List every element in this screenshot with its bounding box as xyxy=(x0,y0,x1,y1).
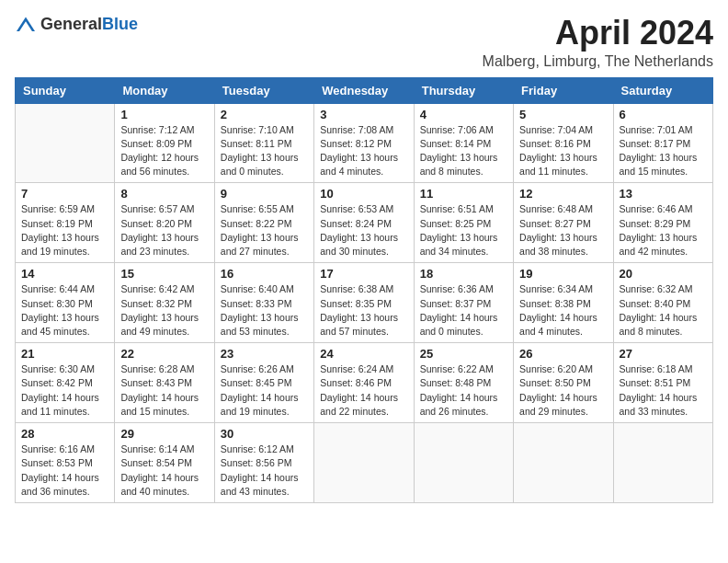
day-number: 12 xyxy=(519,187,607,201)
day-number: 9 xyxy=(221,187,308,201)
day-info: Sunrise: 6:42 AM Sunset: 8:32 PM Dayligh… xyxy=(120,282,208,339)
day-cell: 28Sunrise: 6:16 AM Sunset: 8:53 PM Dayli… xyxy=(16,423,115,503)
day-number: 28 xyxy=(21,427,108,441)
day-number: 24 xyxy=(320,347,407,361)
day-info: Sunrise: 6:36 AM Sunset: 8:37 PM Dayligh… xyxy=(420,282,507,339)
day-cell: 21Sunrise: 6:30 AM Sunset: 8:42 PM Dayli… xyxy=(16,343,115,423)
day-cell: 29Sunrise: 6:14 AM Sunset: 8:54 PM Dayli… xyxy=(115,423,214,503)
day-number: 4 xyxy=(420,108,507,121)
day-info: Sunrise: 6:20 AM Sunset: 8:50 PM Dayligh… xyxy=(519,362,607,419)
logo-general: General xyxy=(40,15,102,33)
week-row-5: 28Sunrise: 6:16 AM Sunset: 8:53 PM Dayli… xyxy=(16,423,713,503)
day-number: 8 xyxy=(120,187,208,201)
day-info: Sunrise: 6:40 AM Sunset: 8:33 PM Dayligh… xyxy=(221,282,308,339)
day-cell xyxy=(414,423,513,503)
day-cell: 8Sunrise: 6:57 AM Sunset: 8:20 PM Daylig… xyxy=(115,183,214,263)
day-cell: 22Sunrise: 6:28 AM Sunset: 8:43 PM Dayli… xyxy=(115,343,214,423)
day-number: 7 xyxy=(21,187,108,201)
day-cell: 11Sunrise: 6:51 AM Sunset: 8:25 PM Dayli… xyxy=(414,183,513,263)
day-info: Sunrise: 6:34 AM Sunset: 8:38 PM Dayligh… xyxy=(519,282,607,339)
day-info: Sunrise: 7:01 AM Sunset: 8:17 PM Dayligh… xyxy=(620,123,707,179)
day-cell xyxy=(16,103,115,183)
week-row-2: 7Sunrise: 6:59 AM Sunset: 8:19 PM Daylig… xyxy=(16,183,713,263)
day-info: Sunrise: 6:22 AM Sunset: 8:48 PM Dayligh… xyxy=(420,362,507,419)
day-number: 16 xyxy=(221,267,308,281)
day-number: 27 xyxy=(620,347,707,361)
day-info: Sunrise: 6:46 AM Sunset: 8:29 PM Dayligh… xyxy=(620,202,707,259)
day-number: 6 xyxy=(620,108,707,121)
day-number: 18 xyxy=(420,267,507,281)
day-cell: 9Sunrise: 6:55 AM Sunset: 8:22 PM Daylig… xyxy=(214,183,313,263)
day-info: Sunrise: 6:30 AM Sunset: 8:42 PM Dayligh… xyxy=(21,362,108,419)
day-info: Sunrise: 6:51 AM Sunset: 8:25 PM Dayligh… xyxy=(420,202,507,259)
logo: GeneralBlue xyxy=(15,15,138,34)
logo-icon xyxy=(15,16,37,34)
weekday-header-monday: Monday xyxy=(115,77,214,103)
day-cell: 24Sunrise: 6:24 AM Sunset: 8:46 PM Dayli… xyxy=(314,343,414,423)
day-number: 26 xyxy=(519,347,607,361)
weekday-header-sunday: Sunday xyxy=(16,77,115,103)
day-cell: 25Sunrise: 6:22 AM Sunset: 8:48 PM Dayli… xyxy=(414,343,513,423)
day-number: 21 xyxy=(21,347,108,361)
day-cell: 15Sunrise: 6:42 AM Sunset: 8:32 PM Dayli… xyxy=(115,263,214,343)
day-info: Sunrise: 6:57 AM Sunset: 8:20 PM Dayligh… xyxy=(120,202,208,259)
day-info: Sunrise: 7:06 AM Sunset: 8:14 PM Dayligh… xyxy=(420,123,507,179)
weekday-header-wednesday: Wednesday xyxy=(314,77,414,103)
day-info: Sunrise: 6:38 AM Sunset: 8:35 PM Dayligh… xyxy=(320,282,407,339)
day-info: Sunrise: 6:48 AM Sunset: 8:27 PM Dayligh… xyxy=(519,202,607,259)
day-number: 1 xyxy=(120,108,208,121)
day-cell: 3Sunrise: 7:08 AM Sunset: 8:12 PM Daylig… xyxy=(314,103,414,183)
day-cell: 23Sunrise: 6:26 AM Sunset: 8:45 PM Dayli… xyxy=(214,343,313,423)
week-row-4: 21Sunrise: 6:30 AM Sunset: 8:42 PM Dayli… xyxy=(16,343,713,423)
day-cell: 26Sunrise: 6:20 AM Sunset: 8:50 PM Dayli… xyxy=(514,343,613,423)
week-row-1: 1Sunrise: 7:12 AM Sunset: 8:09 PM Daylig… xyxy=(16,103,713,183)
day-cell xyxy=(514,423,613,503)
weekday-header-tuesday: Tuesday xyxy=(214,77,313,103)
day-info: Sunrise: 6:55 AM Sunset: 8:22 PM Dayligh… xyxy=(221,202,308,259)
day-cell: 12Sunrise: 6:48 AM Sunset: 8:27 PM Dayli… xyxy=(514,183,613,263)
day-cell: 6Sunrise: 7:01 AM Sunset: 8:17 PM Daylig… xyxy=(613,103,712,183)
day-cell: 5Sunrise: 7:04 AM Sunset: 8:16 PM Daylig… xyxy=(514,103,613,183)
day-info: Sunrise: 6:44 AM Sunset: 8:30 PM Dayligh… xyxy=(21,282,108,339)
day-info: Sunrise: 7:12 AM Sunset: 8:09 PM Dayligh… xyxy=(120,123,208,179)
month-title: April 2024 xyxy=(483,15,713,52)
day-cell xyxy=(314,423,414,503)
day-info: Sunrise: 7:08 AM Sunset: 8:12 PM Dayligh… xyxy=(320,123,407,179)
title-block: April 2024 Malberg, Limburg, The Netherl… xyxy=(483,15,713,70)
day-cell: 4Sunrise: 7:06 AM Sunset: 8:14 PM Daylig… xyxy=(414,103,513,183)
day-cell: 20Sunrise: 6:32 AM Sunset: 8:40 PM Dayli… xyxy=(613,263,712,343)
day-number: 11 xyxy=(420,187,507,201)
day-number: 13 xyxy=(620,187,707,201)
day-info: Sunrise: 7:10 AM Sunset: 8:11 PM Dayligh… xyxy=(221,123,308,179)
logo-blue: Blue xyxy=(102,15,138,33)
day-info: Sunrise: 6:16 AM Sunset: 8:53 PM Dayligh… xyxy=(21,442,108,499)
week-row-3: 14Sunrise: 6:44 AM Sunset: 8:30 PM Dayli… xyxy=(16,263,713,343)
day-number: 22 xyxy=(120,347,208,361)
day-info: Sunrise: 6:24 AM Sunset: 8:46 PM Dayligh… xyxy=(320,362,407,419)
location-title: Malberg, Limburg, The Netherlands xyxy=(483,53,713,70)
weekday-header-row: SundayMondayTuesdayWednesdayThursdayFrid… xyxy=(16,77,713,103)
day-cell xyxy=(613,423,712,503)
day-cell: 14Sunrise: 6:44 AM Sunset: 8:30 PM Dayli… xyxy=(16,263,115,343)
day-info: Sunrise: 6:14 AM Sunset: 8:54 PM Dayligh… xyxy=(120,442,208,499)
day-info: Sunrise: 6:59 AM Sunset: 8:19 PM Dayligh… xyxy=(21,202,108,259)
day-info: Sunrise: 6:53 AM Sunset: 8:24 PM Dayligh… xyxy=(320,202,407,259)
day-cell: 16Sunrise: 6:40 AM Sunset: 8:33 PM Dayli… xyxy=(214,263,313,343)
day-number: 10 xyxy=(320,187,407,201)
day-number: 2 xyxy=(221,108,308,121)
day-cell: 1Sunrise: 7:12 AM Sunset: 8:09 PM Daylig… xyxy=(115,103,214,183)
day-cell: 27Sunrise: 6:18 AM Sunset: 8:51 PM Dayli… xyxy=(613,343,712,423)
day-cell: 18Sunrise: 6:36 AM Sunset: 8:37 PM Dayli… xyxy=(414,263,513,343)
day-info: Sunrise: 6:32 AM Sunset: 8:40 PM Dayligh… xyxy=(620,282,707,339)
day-info: Sunrise: 7:04 AM Sunset: 8:16 PM Dayligh… xyxy=(519,123,607,179)
day-number: 17 xyxy=(320,267,407,281)
day-info: Sunrise: 6:12 AM Sunset: 8:56 PM Dayligh… xyxy=(221,442,308,499)
weekday-header-saturday: Saturday xyxy=(613,77,712,103)
day-number: 15 xyxy=(120,267,208,281)
day-number: 14 xyxy=(21,267,108,281)
day-number: 23 xyxy=(221,347,308,361)
day-cell: 17Sunrise: 6:38 AM Sunset: 8:35 PM Dayli… xyxy=(314,263,414,343)
day-number: 25 xyxy=(420,347,507,361)
day-number: 30 xyxy=(221,427,308,441)
day-number: 5 xyxy=(519,108,607,121)
